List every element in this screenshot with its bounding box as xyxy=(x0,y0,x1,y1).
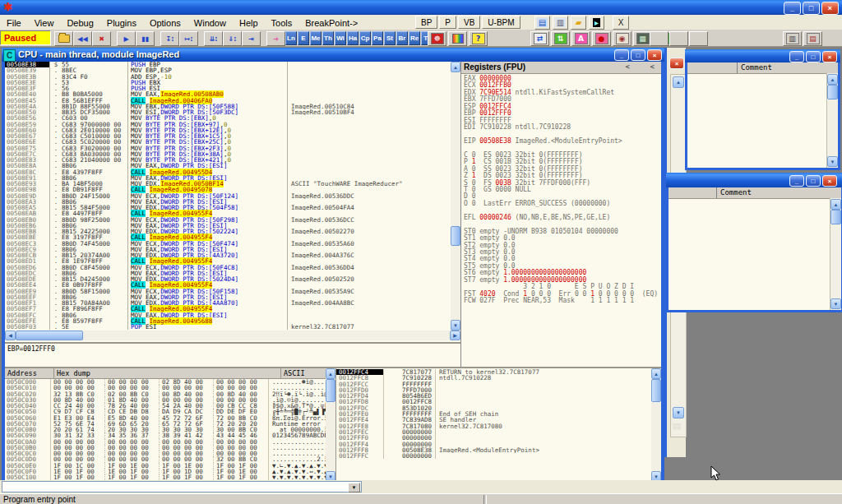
dump-row[interactable]: 0050C0A000 00 00 0000 00 00 0000 00 00 0… xyxy=(5,439,326,445)
comment-vscrollbar[interactable]: ▲ ▼ xyxy=(826,73,838,168)
resize-grip-icon[interactable]: ░░ xyxy=(673,423,682,435)
scroll-down-icon[interactable]: ▼ xyxy=(673,407,684,418)
stack-row[interactable]: 0012FFD07FFD7000 xyxy=(336,387,651,393)
cpu-restore-button[interactable]: □ xyxy=(631,49,645,61)
options-icon[interactable]: ☸ xyxy=(428,31,446,46)
disassembly-hscrollbar[interactable]: ◀ ▶ xyxy=(5,331,460,340)
swap-arrows-icon[interactable]: ⇄ xyxy=(530,31,549,46)
register-line[interactable]: T 0 GS 0000 NULL xyxy=(464,187,661,193)
trace-icon[interactable]: ◉ xyxy=(613,31,632,46)
scroll-down-icon[interactable]: ▼ xyxy=(451,320,460,331)
assemble-icon[interactable]: A xyxy=(571,31,590,46)
command-combobox[interactable]: ▼ xyxy=(2,481,362,492)
open-folder-icon[interactable]: ▰ xyxy=(571,16,586,30)
stack-row[interactable]: 0012FFCCFFFFFFFF xyxy=(336,381,651,387)
stack-row[interactable]: 0012FFF000000000 xyxy=(336,435,651,441)
toolbar-button-e[interactable]: E xyxy=(298,31,309,45)
register-line[interactable]: EFL 00000246 (NO,NB,E,BE,NS,PE,GE,LE) xyxy=(464,215,661,221)
disasm-row[interactable]: 00508E3E.53PUSH EBX xyxy=(5,80,451,86)
toolbar-close-button[interactable]: X xyxy=(613,16,629,30)
dump-row[interactable]: 0050C00000 00 00 0000 00 00 0002 8D 40 0… xyxy=(5,379,326,385)
cpu-close-button[interactable]: × xyxy=(647,49,662,61)
stack-vscrollbar[interactable]: ▲ ▼ xyxy=(651,368,661,482)
maximize-button[interactable]: □ xyxy=(806,51,821,62)
cpu-window-titlebar[interactable]: C CPU - main thread, module ImageRed _ □… xyxy=(2,48,664,62)
toolbar-button-pa[interactable]: Pa xyxy=(372,31,383,45)
stack-row[interactable]: 0012FFE0FFFFFFFFEnd of SEH chain xyxy=(336,411,651,417)
dump-row[interactable]: 0050C09030 31 32 3334 35 36 3738 39 41 4… xyxy=(5,432,326,438)
step-over-button[interactable]: ↦: xyxy=(179,31,198,46)
scroll-thumb[interactable] xyxy=(451,226,460,246)
info-pane[interactable]: EBP=0012FFF0 xyxy=(5,342,460,367)
toolbar-button-th[interactable]: Th xyxy=(322,31,334,45)
scroll-down-icon[interactable]: ▼ xyxy=(827,156,838,167)
close-button[interactable]: × xyxy=(822,175,837,187)
menu-button-bp[interactable]: BP xyxy=(415,16,437,29)
open-file-button[interactable] xyxy=(54,31,73,46)
update-window-icon[interactable]: ⇅ xyxy=(551,31,570,46)
console-icon[interactable]: ▸ xyxy=(589,16,604,30)
disasm-row[interactable]: 00508EFE.E8 8597F8FFCALL ImageRed.004956… xyxy=(5,318,451,324)
scroll-up-icon[interactable]: ▲ xyxy=(451,62,460,72)
registers-pulldown-icon[interactable]: < xyxy=(650,62,655,71)
toolbar-button-ha[interactable]: Ha xyxy=(347,31,359,45)
register-line[interactable]: EIP 00508E38 ImageRed.<ModuleEntryPoint> xyxy=(464,138,661,145)
minimize-button[interactable]: _ xyxy=(784,2,801,15)
register-line[interactable]: EDI 7C910228 ntdll.7C910228 xyxy=(464,124,661,131)
toolbar-button-me[interactable]: Me xyxy=(310,31,322,45)
go-to-address-button[interactable]: ➔ xyxy=(266,31,285,46)
close-button[interactable]: × xyxy=(821,2,839,15)
menu-button-vb[interactable]: VB xyxy=(458,16,480,29)
dump-row[interactable]: 0050C0F01E 00 1F 001E 00 1F 001F 00 1D 0… xyxy=(5,469,326,474)
comment-window-titlebar[interactable]: _ □ × xyxy=(666,173,842,187)
registers-pulldown-icon[interactable]: < xyxy=(626,62,630,71)
register-line[interactable]: FCW 027F Prec NEAR,53 Mask 1 1 1 1 1 1 xyxy=(464,298,661,304)
toolbar-button-ln[interactable]: Ln xyxy=(285,31,297,45)
appearance-icon[interactable] xyxy=(448,31,467,46)
dump-row[interactable]: 0050C0B000 00 00 0000 00 00 0000 00 00 0… xyxy=(5,445,326,451)
disasm-row[interactable]: 00508F03.5EPOP ESIkernel32.7C817077 xyxy=(5,324,451,330)
background-window-close-button[interactable]: × xyxy=(669,58,684,69)
app-titlebar[interactable]: ✱ _ □ × xyxy=(0,0,842,15)
stack-row[interactable]: 0012FFD48054B6ED xyxy=(336,393,651,399)
stack-row[interactable]: 0012FFF400000000 xyxy=(336,442,651,447)
execute-till-return-button[interactable]: ⇥ xyxy=(242,31,261,46)
layout-icon[interactable]: ▤ xyxy=(803,31,822,46)
close-program-button[interactable]: ✖ xyxy=(92,31,111,46)
dump-row[interactable]: 0050C050C9 D7 CF C8CD CE DB D8DA D9 CA D… xyxy=(5,409,326,414)
scroll-down-icon[interactable]: ▼ xyxy=(830,298,841,309)
comment-window-titlebar[interactable]: _ □ × xyxy=(685,49,840,62)
minimize-button[interactable]: _ xyxy=(789,51,804,62)
toolbar-button-st[interactable]: St xyxy=(384,31,396,45)
toolbar-button-cp[interactable]: Cp xyxy=(359,31,371,45)
cpu-minimize-button[interactable]: _ xyxy=(614,49,629,61)
dump-row[interactable]: 0050C040CC 24 40 0078 26 40 0054 2A 40 0… xyxy=(5,403,326,409)
toolbar-button-re[interactable]: Re xyxy=(409,31,420,45)
toolbar-button-br[interactable]: Br xyxy=(396,31,408,45)
dump-row[interactable]: 0050C01000 00 00 0000 00 00 0000 00 00 0… xyxy=(5,385,326,391)
maximize-button[interactable]: □ xyxy=(806,175,821,187)
scroll-up-icon[interactable]: ▲ xyxy=(651,368,661,379)
scroll-up-icon[interactable]: ▲ xyxy=(827,74,838,85)
pause-button[interactable]: ▮▮ xyxy=(136,31,155,46)
scroll-thumb[interactable] xyxy=(326,379,335,402)
dump-row[interactable]: 0050C060E1 E3 00 E4E5 8D 40 0045 72 72 6… xyxy=(5,415,326,421)
dump-row[interactable]: 0050C0D000 00 00 0000 00 00 0000 00 00 0… xyxy=(5,456,326,462)
disassembly-vscrollbar[interactable]: ▲ ▼ xyxy=(451,62,460,331)
combobox-dropdown-icon[interactable]: ▼ xyxy=(348,483,360,492)
stack-row[interactable]: 0012FFC47C817077RETURN to kernel32.7C817… xyxy=(336,369,651,375)
animate-over-button[interactable]: ⇓: xyxy=(223,31,242,46)
stack-row[interactable]: 0012FFEC00000000 xyxy=(336,429,651,435)
menu-button-u-bpm[interactable]: U-BPM xyxy=(482,16,520,29)
register-line[interactable]: O 0 LastErr ERROR_SUCCESS (00000000) xyxy=(464,201,661,207)
dump-row[interactable]: 0050C0E01F 00 1C 001F 00 1E 001F 00 1E 0… xyxy=(5,463,326,469)
stack-row[interactable]: 0012FFE47C839AD8SE handler xyxy=(336,417,651,423)
scroll-thumb[interactable] xyxy=(830,210,841,224)
stack-row[interactable]: 0012FFC87C910228ntdll.7C910228 xyxy=(336,375,651,381)
minimize-button[interactable]: _ xyxy=(789,175,804,187)
restart-button[interactable]: ◀◀ xyxy=(73,31,92,46)
toolbar-button-wi[interactable]: Wi xyxy=(335,31,346,45)
run-button[interactable]: ▶ xyxy=(117,31,136,46)
dump-row[interactable]: 0050C08020 20 61 7420 30 30 3030 30 30 3… xyxy=(5,427,326,432)
dump-vscrollbar[interactable]: ▲ ▼ xyxy=(326,368,335,482)
